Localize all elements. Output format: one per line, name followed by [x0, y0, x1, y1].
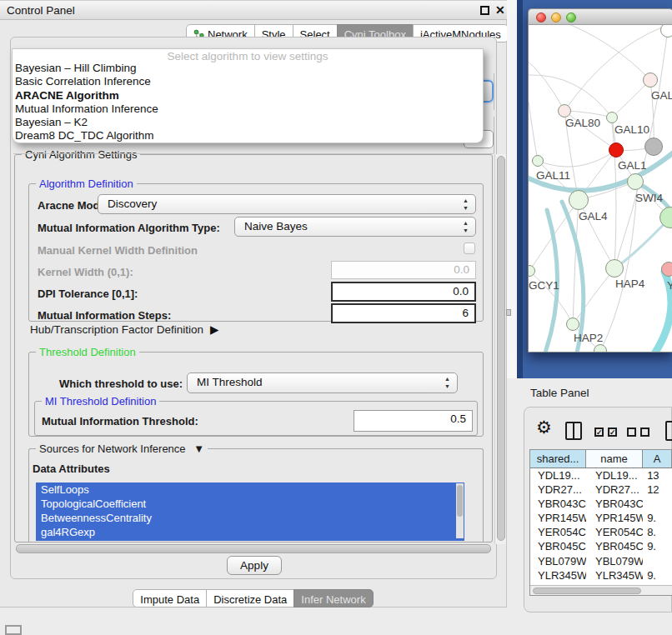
network-node[interactable] — [558, 104, 571, 118]
algorithm-definition-title: Algorithm Definition — [36, 178, 137, 190]
stepper-arrows-icon: ▲▼ — [463, 197, 469, 212]
algorithm-option[interactable]: Mutual Information Inference — [13, 102, 483, 116]
stepper-arrows-icon: ▲▼ — [463, 219, 469, 234]
table-row[interactable]: YDL19...YDL19...13 — [530, 468, 672, 482]
network-node[interactable] — [643, 72, 658, 88]
network-node[interactable] — [532, 155, 544, 167]
horizontal-scrollbar-thumb[interactable] — [16, 544, 491, 553]
zoom-traffic-light[interactable] — [566, 12, 576, 22]
network-node[interactable] — [606, 112, 618, 123]
list-scrollbar-thumb[interactable] — [457, 485, 463, 517]
table-cell: 12 — [643, 482, 672, 497]
kernel-width-field: 0.0 — [331, 261, 476, 279]
network-node[interactable] — [661, 262, 672, 277]
document-icon[interactable] — [665, 421, 672, 441]
table-cell — [643, 554, 672, 568]
mi-type-select[interactable]: Naive Bayes ▲▼ — [234, 217, 476, 237]
table-row[interactable]: YDR27...YDR27...12 — [530, 482, 672, 497]
network-node[interactable] — [569, 190, 589, 210]
network-node[interactable] — [566, 318, 579, 331]
table-horizontal-scrollbar[interactable] — [530, 585, 672, 596]
split-pane-divider[interactable] — [507, 0, 517, 378]
group-border-fragment — [13, 153, 494, 154]
algorithm-option[interactable]: ARACNE Algorithm — [13, 89, 483, 102]
list-scrollbar[interactable] — [456, 483, 464, 538]
minimize-traffic-light[interactable] — [551, 12, 561, 22]
table-scrollbar-thumb[interactable] — [533, 588, 641, 594]
column-header-1[interactable]: shared... — [530, 450, 586, 468]
network-node[interactable] — [609, 142, 624, 158]
column-header-2[interactable]: name — [586, 450, 643, 468]
table-cell: YBR045C — [530, 539, 586, 553]
tab-impute-data[interactable]: Impute Data — [133, 589, 207, 608]
unchecked-boxes-icon[interactable] — [627, 428, 649, 437]
mi-type-value: Naive Bayes — [244, 220, 308, 232]
sources-group-title[interactable]: Sources for Network Inference ▼ — [36, 442, 208, 455]
dropdown-placeholder: Select algorithm to view settings — [13, 49, 483, 62]
apply-button[interactable]: Apply — [227, 556, 282, 575]
which-threshold-select[interactable]: MI Threshold ▲▼ — [187, 372, 458, 393]
table-row[interactable]: YBR043CYBR043C — [530, 497, 672, 511]
manual-kernel-checkbox[interactable] — [464, 242, 475, 254]
network-node[interactable] — [660, 25, 672, 38]
table-cell: 9. — [643, 568, 672, 582]
table-cell: YER054C — [530, 525, 586, 539]
attribute-item[interactable]: BetweennessCentrality — [36, 511, 464, 525]
algorithm-option[interactable]: Dream8 DC_TDC Algorithm — [13, 129, 483, 142]
table-row[interactable]: YBR045CYBR045C9. — [530, 539, 672, 553]
algorithm-option[interactable]: Bayesian – Hill Climbing — [13, 62, 483, 75]
column-header-3[interactable]: A — [643, 450, 672, 468]
vertical-scrollbar-thumb[interactable] — [497, 156, 505, 541]
attribute-item[interactable]: SelfLoops — [36, 482, 464, 497]
table-cell: YDL19... — [586, 468, 643, 482]
close-icon[interactable]: ✕ — [495, 3, 505, 17]
table-cell: YLR345W — [586, 568, 643, 582]
table-row[interactable]: YBL079WYBL079W — [530, 554, 672, 568]
gear-icon[interactable]: ⚙ — [536, 418, 552, 438]
chevron-down-icon: ▼ — [193, 442, 204, 455]
tab-discretize-data[interactable]: Discretize Data — [206, 589, 294, 608]
which-threshold-value: MI Threshold — [197, 376, 263, 388]
mi-threshold-group: MI Threshold Definition Mutual Informati… — [34, 401, 478, 436]
cyni-algorithm-settings-group: Cyni Algorithm Settings Algorithm Defini… — [14, 154, 493, 542]
tab-infer-network[interactable]: Infer Network — [293, 589, 373, 608]
attribute-item[interactable]: TopologicalCoefficient — [36, 497, 464, 511]
dpi-tolerance-field[interactable]: 0.0 — [331, 282, 476, 302]
node-table: shared...nameA YDL19...YDL19...13YDR27..… — [529, 449, 672, 596]
node-label: GAL — [651, 89, 672, 102]
close-traffic-light[interactable] — [536, 12, 546, 22]
network-window: GALGAL80GAL10GAL1GAL11SWI4GAL4GCY1HAP4YH… — [528, 8, 672, 352]
mi-threshold-field[interactable]: 0.5 — [354, 410, 473, 432]
aracne-mode-select[interactable]: Discovery ▲▼ — [98, 194, 476, 214]
divider-grip[interactable] — [506, 309, 511, 316]
network-node[interactable] — [644, 138, 663, 156]
algorithm-option[interactable]: Bayesian – K2 — [13, 116, 483, 129]
network-node[interactable] — [627, 173, 644, 190]
network-canvas[interactable]: GALGAL80GAL10GAL1GAL11SWI4GAL4GCY1HAP4YH… — [528, 25, 672, 352]
network-node[interactable] — [605, 259, 624, 278]
checked-boxes-icon[interactable]: ✓ ✓ — [594, 428, 617, 437]
float-window-icon[interactable] — [480, 6, 489, 15]
table-row[interactable]: YER054CYER054C8. — [530, 525, 672, 539]
table-cell: YBL079W — [586, 554, 643, 568]
network-window-titlebar[interactable] — [528, 8, 672, 25]
table-cell: YBR043C — [586, 497, 643, 511]
node-label: HAP4 — [615, 278, 644, 290]
table-row[interactable]: YLR345WYLR345W9. — [530, 568, 672, 582]
table-cell — [643, 497, 672, 511]
node-label: GAL11 — [536, 169, 570, 182]
table-cell: YDR27... — [530, 482, 586, 497]
table-cell: YDL19... — [530, 468, 586, 482]
data-attributes-list[interactable]: SelfLoopsTopologicalCoefficientBetweenne… — [36, 482, 464, 541]
algorithm-option[interactable]: Basic Correlation Inference — [13, 75, 483, 88]
hub-definition-expander[interactable]: Hub/Transcription Factor Definition▶ — [30, 322, 218, 336]
network-node[interactable] — [594, 344, 607, 352]
mi-steps-field[interactable]: 6 — [331, 303, 476, 323]
split-column-icon[interactable] — [565, 422, 582, 440]
checkbox-checked-icon: ✓ — [594, 428, 604, 437]
checkbox-unchecked-icon — [627, 428, 636, 437]
table-row[interactable]: YPR145WYPR145W9. — [530, 511, 672, 525]
vertical-scrollbar[interactable] — [494, 154, 506, 544]
attribute-item[interactable]: gal4RGexp — [36, 525, 464, 539]
minimized-panel-icon[interactable] — [5, 625, 22, 635]
